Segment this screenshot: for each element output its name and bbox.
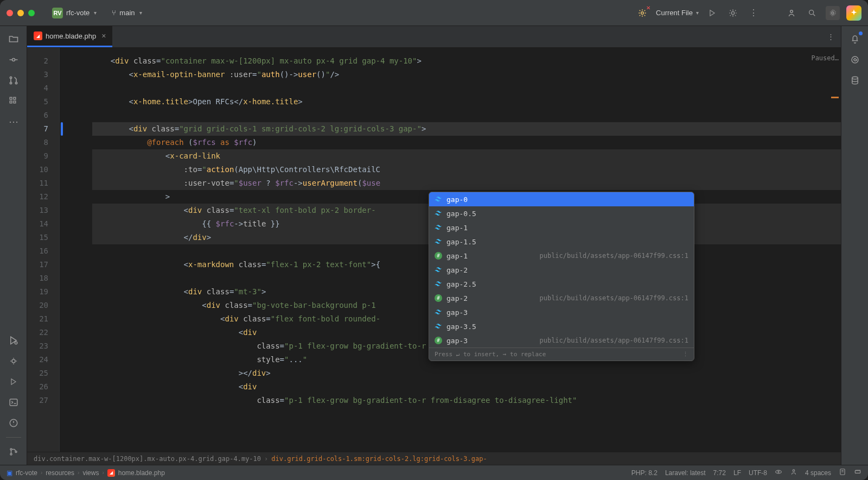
svg-point-22: [776, 470, 782, 473]
run-tool-icon[interactable]: [5, 373, 22, 390]
autocomplete-label: gap-0.5: [446, 210, 688, 218]
autocomplete-item[interactable]: #gap-1public/build/assets/app-06147f99.c…: [429, 249, 694, 263]
editor-body[interactable]: 2345678910111213141516171819202122232425…: [27, 48, 841, 452]
maximize-window-button[interactable]: [28, 10, 35, 16]
css-selector-icon: #: [435, 294, 442, 302]
close-window-button[interactable]: [7, 10, 13, 16]
status-project[interactable]: rfc-vote: [16, 469, 37, 477]
more-tools-icon[interactable]: ⋯: [5, 113, 22, 130]
services-tool-icon[interactable]: [5, 332, 22, 349]
autocomplete-item[interactable]: gap-0: [429, 192, 694, 206]
status-laravel[interactable]: Laravel: latest: [665, 469, 706, 477]
close-tab-button[interactable]: ×: [101, 31, 106, 40]
svg-point-5: [12, 59, 15, 61]
debug-icon[interactable]: ✕: [635, 6, 649, 20]
status-path-0[interactable]: resources: [46, 469, 74, 477]
terminal-tool-icon[interactable]: [5, 394, 22, 411]
project-tool-icon[interactable]: [5, 30, 22, 48]
debug-button[interactable]: [726, 6, 740, 20]
status-caret-position[interactable]: 7:72: [713, 469, 726, 477]
autocomplete-label: gap-2: [446, 294, 535, 302]
tailwind-icon: [435, 195, 442, 203]
svg-rect-9: [10, 97, 12, 99]
svg-point-17: [10, 449, 12, 450]
editor-tab-active[interactable]: ◢ home.blade.php ×: [27, 26, 112, 47]
status-path-2[interactable]: home.blade.php: [118, 469, 165, 477]
breadcrumb-path[interactable]: div.container.max-w-[1200px].mx-auto.px-…: [34, 455, 261, 463]
editor-area: ◢ home.blade.php × ⋮ 2345678910111213141…: [27, 26, 841, 465]
autocomplete-item[interactable]: gap-3: [429, 305, 694, 319]
warning-stripe[interactable]: [831, 97, 839, 98]
status-path-1[interactable]: views: [82, 469, 99, 477]
autocomplete-item[interactable]: #gap-2public/build/assets/app-06147f99.c…: [429, 291, 694, 305]
settings-icon[interactable]: [826, 6, 840, 20]
autocomplete-item[interactable]: gap-3.5: [429, 319, 694, 333]
structure-tool-icon[interactable]: [5, 92, 22, 110]
minimize-window-button[interactable]: [17, 10, 24, 16]
autocomplete-label: gap-0: [446, 195, 688, 204]
svg-point-21: [852, 77, 858, 79]
svg-point-20: [852, 56, 858, 63]
autocomplete-item[interactable]: #gap-3public/build/assets/app-06147f99.c…: [429, 333, 694, 348]
tab-options-button[interactable]: ⋮: [821, 26, 841, 47]
status-php[interactable]: PHP: 8.2: [631, 469, 658, 477]
git-branch-selector[interactable]: ⑂ main ▾: [112, 9, 142, 17]
svg-point-0: [641, 11, 644, 14]
breadcrumb-current[interactable]: div.grid.grid-cols-1.sm:grid-cols-2.lg:g…: [271, 455, 487, 463]
autocomplete-item[interactable]: gap-1.5: [429, 235, 694, 249]
chevron-down-icon: ▾: [139, 10, 142, 16]
status-file-icon[interactable]: [839, 468, 846, 477]
breadcrumb-separator: ›: [264, 455, 268, 463]
problems-tool-icon[interactable]: [5, 414, 22, 432]
search-icon[interactable]: [805, 6, 819, 20]
autocomplete-options-button[interactable]: ⋮: [682, 351, 688, 358]
svg-point-7: [10, 82, 11, 84]
svg-point-14: [12, 359, 15, 363]
status-highlight-icon[interactable]: [790, 468, 797, 477]
status-readonly-icon[interactable]: [775, 468, 782, 477]
svg-rect-12: [14, 101, 16, 103]
code-breadcrumb[interactable]: div.container.max-w-[1200px].mx-auto.px-…: [27, 452, 841, 465]
commit-tool-icon[interactable]: [5, 51, 22, 68]
ai-assistant-icon[interactable]: [846, 5, 861, 21]
autocomplete-item[interactable]: gap-0.5: [429, 206, 694, 220]
status-line-separator[interactable]: LF: [733, 469, 741, 477]
ai-tool-icon[interactable]: [846, 51, 864, 68]
tailwind-icon: [435, 224, 442, 231]
project-selector[interactable]: RV rfc-vote ▾: [48, 5, 101, 21]
debug-tool-icon[interactable]: [5, 352, 22, 370]
autocomplete-label: gap-1: [446, 224, 688, 232]
autocomplete-label: gap-3.5: [446, 323, 688, 331]
status-memory-icon[interactable]: [854, 468, 861, 477]
pull-requests-icon[interactable]: [5, 72, 22, 89]
svg-point-23: [778, 471, 779, 472]
navbar-breadcrumb[interactable]: ▣ rfc-vote › resources › views › ◢ home.…: [7, 469, 165, 477]
window-controls: [7, 10, 35, 16]
editor-tabs: ◢ home.blade.php × ⋮: [27, 26, 841, 48]
tailwind-icon: [435, 323, 442, 330]
git-tool-icon[interactable]: [5, 443, 22, 460]
tailwind-icon: [435, 210, 442, 217]
database-tool-icon[interactable]: [846, 72, 864, 89]
left-toolbar: ⋯: [0, 26, 27, 465]
project-root-icon: ▣: [7, 469, 12, 477]
svg-point-13: [15, 342, 17, 344]
status-indent[interactable]: 4 spaces: [805, 469, 831, 477]
autocomplete-hint: public/build/assets/app-06147f99.css:1: [539, 252, 688, 260]
code-with-me-icon[interactable]: [784, 6, 799, 20]
svg-point-8: [15, 82, 17, 84]
autocomplete-item[interactable]: gap-2: [429, 263, 694, 277]
notifications-icon[interactable]: [846, 30, 864, 48]
autocomplete-popup[interactable]: gap-0gap-0.5gap-1gap-1.5#gap-1public/bui…: [429, 192, 694, 361]
right-toolbar: [841, 26, 868, 465]
more-actions-button[interactable]: ⋮: [746, 6, 761, 20]
status-encoding[interactable]: UTF-8: [749, 469, 767, 477]
autocomplete-item[interactable]: gap-2.5: [429, 277, 694, 291]
run-button[interactable]: [705, 6, 719, 20]
run-configuration[interactable]: Current File ▾: [656, 9, 699, 17]
autocomplete-item[interactable]: gap-1: [429, 220, 694, 235]
autocomplete-footer: Press ↵ to insert, → to replace⋮: [429, 348, 694, 361]
svg-point-3: [809, 10, 814, 14]
css-selector-icon: #: [435, 337, 442, 344]
project-icon: RV: [52, 8, 63, 18]
